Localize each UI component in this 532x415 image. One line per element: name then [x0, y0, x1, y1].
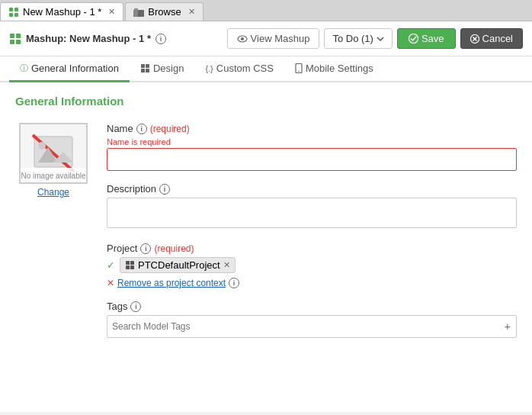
- svg-point-12: [241, 37, 244, 40]
- tab-new-mashup-close[interactable]: ✕: [108, 7, 115, 17]
- description-field-group: Description i: [107, 183, 517, 230]
- tags-info-icon[interactable]: i: [130, 301, 141, 312]
- tab-new-mashup-label: New Mashup - 1 *: [23, 6, 101, 18]
- general-info-icon: ⓘ: [20, 63, 28, 74]
- todo-label: To Do (1): [332, 33, 373, 44]
- project-required-text: (required): [154, 243, 194, 254]
- name-info-icon[interactable]: i: [136, 124, 147, 134]
- content-area: General Information No image available: [0, 82, 532, 412]
- save-button[interactable]: Save: [397, 28, 456, 49]
- form-layout: No image available Change Name i (requir…: [15, 123, 517, 350]
- cancel-button[interactable]: Cancel: [460, 28, 523, 49]
- change-image-link[interactable]: Change: [37, 187, 69, 198]
- svg-rect-29: [130, 261, 134, 265]
- svg-rect-18: [146, 64, 149, 68]
- tab-design[interactable]: Design: [130, 56, 194, 82]
- tags-label: Tags i: [107, 301, 517, 312]
- remove-project-tag-button[interactable]: ✕: [223, 260, 230, 270]
- svg-rect-2: [9, 13, 13, 17]
- project-tag: PTCDefaultProject ✕: [120, 257, 236, 273]
- mashup-header-icon: [9, 33, 21, 45]
- remove-x-icon: ✕: [107, 278, 114, 288]
- project-label: Project i (required): [107, 243, 517, 254]
- tab-general-information[interactable]: ⓘ General Information: [9, 56, 130, 82]
- project-label-text: Project: [107, 243, 137, 254]
- mobile-icon: [295, 63, 303, 73]
- tab-design-label: Design: [153, 63, 184, 74]
- description-label: Description i: [107, 183, 517, 195]
- svg-rect-0: [9, 8, 13, 11]
- tab-browse-close[interactable]: ✕: [188, 7, 195, 17]
- mashup-title-area: Mashup: New Mashup - 1 * i: [9, 33, 227, 45]
- remove-project-row: ✕ Remove as project context i: [107, 278, 517, 288]
- no-image-text: No image available: [21, 172, 85, 180]
- view-mashup-label: View Mashup: [251, 33, 310, 44]
- tab-browse[interactable]: Browse ✕: [125, 2, 203, 21]
- svg-rect-17: [141, 64, 145, 68]
- tab-mobile-label: Mobile Settings: [306, 63, 373, 74]
- tab-custom-css[interactable]: {.} Custom CSS: [194, 56, 284, 82]
- main-header: Mashup: New Mashup - 1 * i View Mashup T…: [0, 21, 532, 56]
- cancel-icon: [470, 34, 479, 43]
- project-checkmark: ✓: [107, 259, 115, 271]
- svg-rect-31: [130, 265, 134, 269]
- svg-rect-10: [16, 40, 21, 44]
- tab-custom-css-label: Custom CSS: [216, 63, 274, 74]
- svg-point-22: [298, 71, 300, 72]
- tags-field-group: Tags i +: [107, 301, 517, 338]
- svg-rect-5: [133, 10, 138, 17]
- project-tag-row: ✓ PTCDefaultProject ✕: [107, 257, 517, 273]
- svg-rect-28: [126, 261, 130, 265]
- name-label-text: Name: [107, 123, 133, 134]
- fields-section: Name i (required) Name is required Descr…: [107, 123, 517, 350]
- name-required-text: (required): [150, 124, 190, 134]
- tab-browse-label: Browse: [148, 6, 181, 18]
- save-icon: [409, 34, 418, 43]
- project-name-text: PTCDefaultProject: [138, 259, 220, 271]
- section-tabs: ⓘ General Information Design {.} Custom …: [0, 56, 532, 82]
- name-field-group: Name i (required) Name is required: [107, 123, 517, 171]
- design-icon: [140, 63, 150, 73]
- tags-search-input[interactable]: [107, 315, 517, 338]
- view-mashup-button[interactable]: View Mashup: [227, 28, 320, 49]
- svg-rect-3: [14, 13, 18, 17]
- description-info-icon[interactable]: i: [159, 184, 170, 195]
- chevron-down-icon: [377, 37, 384, 41]
- svg-rect-9: [10, 40, 14, 44]
- project-field-group: Project i (required) ✓ PTCDefaultProject: [107, 243, 517, 288]
- svg-rect-8: [16, 34, 21, 38]
- tab-new-mashup[interactable]: New Mashup - 1 * ✕: [0, 2, 123, 21]
- description-label-text: Description: [107, 183, 156, 195]
- name-label: Name i (required): [107, 123, 517, 134]
- svg-point-27: [38, 142, 46, 150]
- tab-bar: New Mashup - 1 * ✕ Browse ✕: [0, 0, 532, 21]
- image-placeholder: No image available: [19, 123, 88, 184]
- tags-input-wrapper: +: [107, 315, 517, 338]
- name-input[interactable]: [107, 148, 517, 171]
- tags-label-text: Tags: [107, 301, 127, 312]
- todo-button[interactable]: To Do (1): [324, 28, 392, 49]
- image-section: No image available Change: [15, 123, 91, 350]
- remove-project-info-icon[interactable]: i: [229, 278, 239, 288]
- svg-rect-30: [126, 265, 130, 269]
- header-actions: View Mashup To Do (1) Save Cancel: [227, 28, 523, 49]
- svg-rect-6: [134, 8, 138, 11]
- name-error-text: Name is required: [107, 137, 517, 146]
- css-icon: {.}: [205, 64, 213, 73]
- tab-mobile-settings[interactable]: Mobile Settings: [284, 56, 384, 82]
- mashup-tab-icon: [8, 7, 19, 18]
- project-tag-icon: [125, 260, 135, 270]
- description-input[interactable]: [107, 198, 517, 228]
- svg-rect-1: [14, 8, 18, 11]
- svg-point-13: [409, 34, 418, 43]
- browse-tab-icon: [133, 8, 144, 17]
- project-info-icon[interactable]: i: [140, 243, 151, 254]
- mashup-title-text: Mashup: New Mashup - 1 *: [26, 33, 151, 44]
- eye-icon: [237, 35, 248, 43]
- section-heading: General Information: [15, 95, 517, 108]
- svg-rect-7: [10, 34, 14, 38]
- header-info-icon[interactable]: i: [155, 34, 166, 44]
- remove-project-link[interactable]: Remove as project context: [117, 278, 226, 288]
- svg-rect-20: [146, 69, 149, 72]
- save-label: Save: [421, 33, 444, 44]
